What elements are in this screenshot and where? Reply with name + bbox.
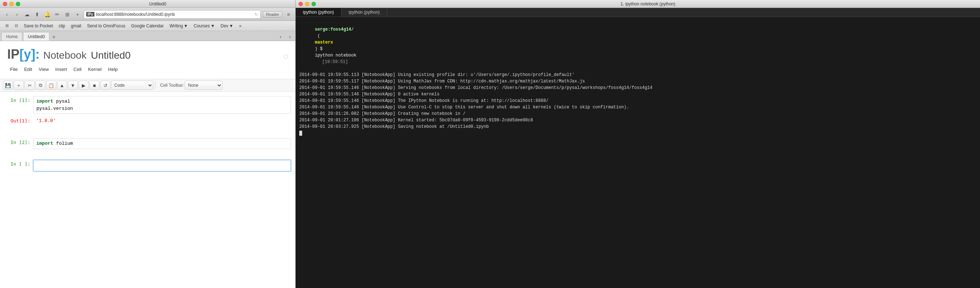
cloud-button[interactable]: ☁ xyxy=(23,10,31,18)
menu-insert[interactable]: Insert xyxy=(52,65,70,73)
chevron-down-icon: ▼ xyxy=(183,24,188,28)
notebook-content: IP[y]: Notebook Untitled0 File Edit View… xyxy=(0,41,295,288)
terminal-log-4: 2014-09-01 19:59:55.146 [NotebookApp] 0 … xyxy=(299,91,977,98)
cell-type-select[interactable]: Code Markdown Raw NBConvert Heading xyxy=(111,81,153,90)
menu-help[interactable]: Help xyxy=(105,65,121,73)
grid-button[interactable]: ⊞ xyxy=(64,10,72,18)
run-button[interactable]: ▶ xyxy=(79,81,89,90)
notification-button[interactable]: 🔔 xyxy=(43,10,51,18)
grid-view-icon[interactable]: ⊟ xyxy=(12,22,20,30)
tab-untitled0[interactable]: Untitled0 xyxy=(23,32,49,41)
bookmark-google-calendar[interactable]: Google Calendar xyxy=(129,23,166,29)
menu-view[interactable]: View xyxy=(36,65,52,73)
save-button[interactable]: 💾 xyxy=(3,81,13,90)
menu-file[interactable]: File xyxy=(7,65,21,73)
logo-bracket: [y]: xyxy=(19,47,40,62)
tab-scroll-left[interactable]: ‹ xyxy=(277,33,285,41)
cell-label-in3: In [ ]: xyxy=(4,160,33,167)
bookmark-omnifocus[interactable]: Send to OmniFocus xyxy=(85,23,127,29)
bookmark-courses[interactable]: Courses ▼ xyxy=(191,23,217,29)
close-button[interactable] xyxy=(3,2,7,6)
paste-button[interactable]: 📋 xyxy=(46,81,56,90)
logo-notebook: Notebook xyxy=(43,50,86,61)
cell-line-1-1: import pysal xyxy=(37,98,288,105)
tab-add-button[interactable]: + xyxy=(50,33,57,41)
menu-edit[interactable]: Edit xyxy=(21,65,35,73)
move-down-button[interactable]: ▼ xyxy=(68,81,78,90)
logo-ip: IP xyxy=(7,47,19,62)
terminal-log-5: 2014-09-01 19:59:55.146 [NotebookApp] Th… xyxy=(299,98,977,104)
kernel-indicator xyxy=(284,54,288,59)
sidebar-button[interactable]: ≡ xyxy=(285,10,293,18)
bookmark-writing[interactable]: Writing ▼ xyxy=(167,23,190,29)
browser-panel: Untitled0 ‹ › ☁ ⬆ 🔔 ✏ ⊞ + IPy localhost:… xyxy=(0,0,296,288)
menu-cell[interactable]: Cell xyxy=(71,65,84,73)
browser-title-bar: Untitled0 xyxy=(0,0,295,8)
back-button[interactable]: ‹ xyxy=(3,10,11,18)
notebook-header: IP[y]: Notebook Untitled0 File Edit View… xyxy=(0,41,295,79)
address-text: localhost:8888/notebooks/Untitled0.ipynb xyxy=(96,12,175,17)
terminal-log-9: 2014-09-01 20:03:27.925 [NotebookApp] Sa… xyxy=(299,123,977,130)
terminal-window-controls xyxy=(299,2,316,6)
terminal-close-button[interactable] xyxy=(299,2,303,6)
add-url-button[interactable]: + xyxy=(73,10,81,18)
stop-button[interactable]: ■ xyxy=(89,81,100,90)
terminal-tabs: ipython (python) ipython (python) xyxy=(296,8,980,17)
cell-line-1-2: pysal.version xyxy=(37,105,288,112)
cell-content-1[interactable]: import pysal pysal.version xyxy=(33,96,291,114)
terminal-maximize-button[interactable] xyxy=(312,2,316,6)
bookmark-icon[interactable]: ⊞ xyxy=(3,22,11,30)
terminal-title: 1. ipython notebook (python) xyxy=(319,2,977,6)
tab-scroll-right[interactable]: › xyxy=(286,33,294,41)
address-bar[interactable]: IPy localhost:8888/notebooks/Untitled0.i… xyxy=(84,10,261,19)
terminal-tab-1[interactable]: ipython (python) xyxy=(296,8,342,17)
bookmark-dev[interactable]: Dev ▼ xyxy=(218,23,235,29)
terminal-tab-2[interactable]: ipython (python) xyxy=(342,8,387,17)
tab-home[interactable]: Home xyxy=(2,32,22,41)
notebook-name[interactable]: Untitled0 xyxy=(91,50,131,61)
window-controls xyxy=(3,2,20,6)
reader-button[interactable]: Reader xyxy=(263,11,282,17)
cells-area: In [1]: import pysal pysal.version Out[1… xyxy=(0,92,295,176)
cell-output-1: '1.8.0' xyxy=(33,117,291,125)
cell-row-out1: Out[1]: '1.8.0' xyxy=(0,115,295,130)
add-cell-button[interactable]: + xyxy=(14,81,24,90)
terminal-minimize-button[interactable] xyxy=(305,2,309,6)
pencil-button[interactable]: ✏ xyxy=(53,10,61,18)
bookmark-gmail[interactable]: gmail xyxy=(69,23,84,29)
cell-content-3[interactable] xyxy=(33,160,291,171)
bookmark-overflow[interactable]: » xyxy=(237,23,244,29)
terminal-log-3: 2014-09-01 19:59:55.146 [NotebookApp] Se… xyxy=(299,85,977,91)
bookmark-clip[interactable]: clip xyxy=(57,23,67,29)
terminal-log-2: 2014-09-01 19:59:55.117 [NotebookApp] Us… xyxy=(299,78,977,85)
terminal-log-6: 2014-09-01 19:59:55.146 [NotebookApp] Us… xyxy=(299,104,977,111)
cell-content-2[interactable]: import folium xyxy=(33,138,291,149)
copy-button[interactable]: ⧉ xyxy=(35,81,45,90)
restart-button[interactable]: ↺ xyxy=(100,81,110,90)
terminal-branch: masterx xyxy=(315,40,333,45)
cell-divider-1 xyxy=(0,130,295,137)
maximize-button[interactable] xyxy=(16,2,20,6)
terminal-timestamp: [19:59:51] xyxy=(322,59,348,65)
terminal-panel: 1. ipython notebook (python) ipython (py… xyxy=(296,0,980,288)
browser-toolbar: ‹ › ☁ ⬆ 🔔 ✏ ⊞ + IPy localhost:8888/noteb… xyxy=(0,8,295,21)
share-button[interactable]: ⬆ xyxy=(33,10,41,18)
bookmark-bar: ⊞ ⊟ Save to Pocket clip gmail Send to Om… xyxy=(0,21,295,31)
reload-icon[interactable]: ↻ xyxy=(255,12,258,17)
chevron-down-icon: ▼ xyxy=(210,24,215,28)
cell-toolbar-select[interactable]: None Default Edit Metadata xyxy=(185,81,223,90)
terminal-content: serge:foss4g14/ ( masterx ) $ ipython no… xyxy=(296,17,980,288)
cell-divider-2 xyxy=(0,151,295,158)
cut-button[interactable]: ✂ xyxy=(24,81,35,90)
cell-row-1: In [1]: import pysal pysal.version xyxy=(0,95,295,115)
minimize-button[interactable] xyxy=(10,2,14,6)
cell-toolbar-label: Cell Toolbar: xyxy=(160,83,184,88)
forward-button[interactable]: › xyxy=(13,10,21,18)
window-title: Untitled0 xyxy=(23,2,293,6)
move-up-button[interactable]: ▲ xyxy=(57,81,67,90)
bookmark-save-to-pocket[interactable]: Save to Pocket xyxy=(22,23,55,29)
terminal-cursor xyxy=(299,131,302,136)
cell-row-2: In [2]: import folium xyxy=(0,137,295,151)
tab-controls: ‹ › xyxy=(277,33,294,41)
menu-kernel[interactable]: Kernel xyxy=(85,65,105,73)
